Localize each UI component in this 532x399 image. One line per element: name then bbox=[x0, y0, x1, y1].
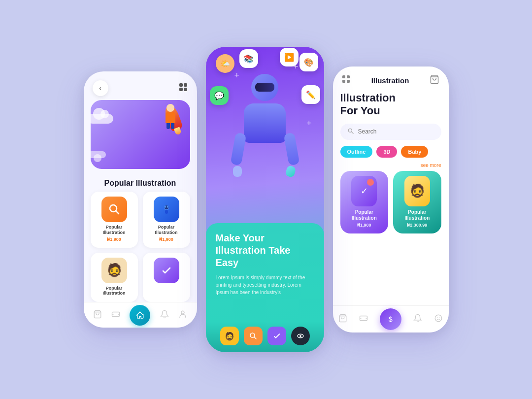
float-icon-weather: 🌤️ bbox=[216, 54, 234, 73]
phone1-header: ‹ bbox=[84, 71, 197, 100]
card1-price: ₦1,900 bbox=[107, 237, 121, 242]
phone2-tagline: Make Your Illustration Take Easy bbox=[216, 232, 314, 269]
svg-line-25 bbox=[351, 132, 353, 134]
phone1-title: Popular Illustration bbox=[84, 179, 197, 188]
phone1-nav bbox=[84, 302, 197, 328]
phone3-nav-center-button[interactable]: $ bbox=[380, 308, 401, 330]
card2-face-icon: 🧔 bbox=[409, 183, 425, 199]
bottom-icon-check[interactable] bbox=[267, 327, 286, 345]
nav-user-icon[interactable] bbox=[178, 310, 187, 321]
nav-ticket-icon[interactable] bbox=[111, 310, 120, 321]
svg-point-10 bbox=[166, 206, 168, 208]
phone1-grid: PopularIllustration ₦1,900 PopularIllust… bbox=[84, 192, 197, 302]
svg-rect-3 bbox=[184, 88, 187, 91]
phone2-bottom-icons: 🧔 bbox=[206, 322, 324, 352]
card1-label: Popular Illustration bbox=[345, 209, 384, 221]
phone3-title: Illustration bbox=[371, 76, 409, 85]
svg-rect-23 bbox=[347, 80, 350, 83]
back-button[interactable]: ‹ bbox=[93, 80, 108, 96]
phone3-nav-smile[interactable] bbox=[434, 314, 443, 325]
float-icon-chat: 💬 bbox=[210, 86, 229, 105]
phone3-nav: $ bbox=[333, 305, 449, 332]
filter-outline[interactable]: Outline bbox=[340, 146, 373, 158]
vr-head bbox=[251, 74, 278, 101]
float-icon-palette: 🎨 bbox=[299, 53, 318, 71]
phone3-search-bar[interactable] bbox=[340, 124, 441, 140]
svg-rect-21 bbox=[347, 75, 350, 78]
svg-line-17 bbox=[254, 337, 256, 339]
card1-check-icon: ✓ bbox=[361, 186, 368, 197]
svg-rect-22 bbox=[342, 80, 345, 83]
svg-point-15 bbox=[181, 311, 184, 314]
svg-point-30 bbox=[437, 317, 438, 318]
phone3-cards: ✓ Popular Illustration ₦1,900 🧔 Popular … bbox=[340, 171, 441, 233]
svg-rect-1 bbox=[184, 83, 187, 87]
card1-label: PopularIllustration bbox=[102, 225, 125, 235]
card2-price: ₦1,900 bbox=[159, 237, 173, 242]
phone3-nav-ticket[interactable] bbox=[359, 314, 368, 325]
bottom-icon-eye[interactable] bbox=[291, 327, 310, 345]
svg-rect-2 bbox=[179, 88, 183, 91]
float-icon-book: 📚 bbox=[239, 49, 258, 68]
phone3-body: IllustrationFor You Outline 3D Baby see … bbox=[333, 92, 449, 305]
phone2-content: Make Your Illustration Take Easy Lorem I… bbox=[206, 223, 324, 322]
phone3-filters: Outline 3D Baby bbox=[340, 146, 441, 158]
card1-icon-wrap: ✓ bbox=[351, 176, 377, 206]
phone-2: 🌤️ 📚 ▶️ 🎨 💬 ✏️ + + + bbox=[206, 47, 324, 352]
card1-price: ₦1,900 bbox=[357, 223, 371, 228]
bottom-icon-face[interactable]: 🧔 bbox=[220, 327, 239, 345]
vr-arms bbox=[233, 133, 297, 177]
svg-rect-0 bbox=[179, 83, 183, 87]
phone3-card-1[interactable]: ✓ Popular Illustration ₦1,900 bbox=[340, 171, 389, 233]
phone3-header: Illustration bbox=[333, 66, 449, 92]
phone-3: Illustration IllustrationFor You Outline… bbox=[333, 66, 449, 332]
card2-icon-wrap: 🧔 bbox=[404, 176, 430, 206]
card4-icon bbox=[154, 258, 179, 283]
svg-point-9 bbox=[165, 206, 166, 208]
card2-label: PopularIllustration bbox=[155, 225, 177, 235]
card1-icon bbox=[101, 197, 127, 222]
phone3-heading: IllustrationFor You bbox=[340, 92, 441, 118]
search-input[interactable] bbox=[358, 128, 434, 135]
see-more-link[interactable]: see more bbox=[340, 163, 441, 168]
plus-decoration-3: + bbox=[306, 118, 312, 129]
phone1-hero bbox=[91, 100, 190, 169]
svg-point-19 bbox=[299, 335, 301, 337]
bottom-icon-search[interactable] bbox=[244, 327, 263, 345]
nav-bell-icon[interactable] bbox=[160, 310, 169, 321]
phone3-nav-cart[interactable] bbox=[338, 314, 347, 325]
phone1-card-3[interactable]: 🧔 PopularIllustration bbox=[91, 253, 138, 302]
plus-decoration-2: + bbox=[293, 62, 299, 72]
card3-icon: 🧔 bbox=[101, 258, 127, 283]
vr-person bbox=[233, 74, 297, 172]
card3-label: PopularIllustration bbox=[102, 286, 125, 297]
nav-home-button[interactable] bbox=[130, 305, 150, 326]
nav-cart-icon[interactable] bbox=[93, 310, 102, 321]
filter-baby[interactable]: Baby bbox=[401, 146, 428, 158]
svg-line-5 bbox=[116, 211, 119, 214]
phone2-hero: 🌤️ 📚 ▶️ 🎨 💬 ✏️ + + + bbox=[206, 47, 324, 223]
phones-container: ‹ bbox=[84, 47, 449, 352]
phone-1: ‹ bbox=[84, 71, 197, 328]
phone3-cart-icon[interactable] bbox=[430, 74, 439, 87]
filter-3d[interactable]: 3D bbox=[376, 146, 397, 158]
card2-icon bbox=[154, 197, 179, 222]
phone1-card-2[interactable]: PopularIllustration ₦1,900 bbox=[143, 192, 190, 248]
card1-badge bbox=[367, 179, 374, 186]
card2-price: ₦2,300.99 bbox=[407, 223, 427, 228]
phone1-card-1[interactable]: PopularIllustration ₦1,900 bbox=[91, 192, 138, 248]
phone1-card-4[interactable] bbox=[143, 253, 190, 302]
phone3-grid-icon[interactable] bbox=[342, 75, 351, 86]
svg-point-24 bbox=[348, 129, 352, 132]
card2-label: Popular Illustration bbox=[398, 209, 436, 221]
vr-visor bbox=[255, 83, 274, 92]
phone2-description: Lorem Ipsum is simply dummy text of the … bbox=[216, 274, 314, 296]
svg-point-29 bbox=[435, 315, 442, 322]
svg-rect-20 bbox=[342, 75, 345, 78]
phone3-card-2[interactable]: 🧔 Popular Illustration ₦2,300.99 bbox=[393, 171, 441, 233]
grid-icon[interactable] bbox=[178, 82, 188, 95]
phone3-nav-bell[interactable] bbox=[413, 314, 422, 325]
svg-point-31 bbox=[439, 317, 440, 318]
float-icon-pencil: ✏️ bbox=[301, 85, 320, 104]
svg-rect-11 bbox=[165, 210, 168, 214]
